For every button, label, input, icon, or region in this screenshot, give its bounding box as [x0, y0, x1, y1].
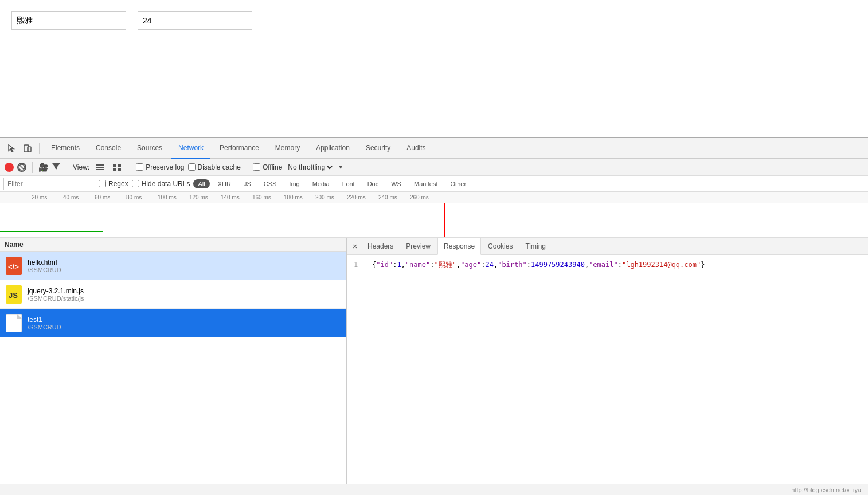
filter-input[interactable] [3, 178, 95, 190]
svg-rect-7 [113, 164, 116, 167]
response-close-button[interactable]: × [349, 241, 361, 252]
tab-headers[interactable]: Headers [362, 238, 399, 255]
devtools-tabbar: Elements Console Sources Network Perform… [0, 138, 868, 159]
disable-cache-label[interactable]: Disable cache [188, 163, 241, 171]
preserve-log-checkbox[interactable] [136, 163, 143, 171]
svg-rect-10 [118, 168, 121, 171]
response-tabbar: × Headers Preview Response Cookies Timin… [347, 238, 868, 255]
age-input[interactable] [138, 11, 252, 30]
status-url: http://blog.csdn.net/x_iya [791, 486, 861, 493]
file-list-panel: Name </> hello.html /SSMCRUD [0, 238, 347, 484]
file-name-test1: test1 [28, 316, 61, 324]
network-toolbar: 🎥 View: Preserve log Disable cache [0, 159, 868, 176]
tick-160ms: 160 ms [252, 194, 271, 201]
tick-140ms: 140 ms [221, 194, 240, 201]
toolbar-sep3 [130, 162, 130, 173]
tick-20ms: 20 ms [32, 194, 47, 201]
filter-bar: Regex Hide data URLs All XHR JS CSS Img … [0, 176, 868, 192]
filter-pill-manifest[interactable]: Manifest [409, 179, 443, 188]
response-content: 1 {"id":1,"name":"熙雅","age":24,"birth":1… [347, 255, 868, 484]
timeline-ruler: 20 ms 40 ms 60 ms 80 ms 100 ms 120 ms 14… [0, 192, 868, 203]
timeline-area: 20 ms 40 ms 60 ms 80 ms 100 ms 120 ms 14… [0, 192, 868, 238]
tab-performance[interactable]: Performance [213, 138, 266, 159]
tick-40ms: 40 ms [63, 194, 79, 201]
tab-timing[interactable]: Timing [519, 238, 552, 255]
disable-cache-checkbox[interactable] [188, 163, 196, 171]
tab-cookies[interactable]: Cookies [482, 238, 518, 255]
line-number: 1 [354, 260, 365, 270]
tab-elements[interactable]: Elements [44, 138, 87, 159]
offline-checkbox[interactable] [253, 163, 260, 171]
tab-memory[interactable]: Memory [268, 138, 307, 159]
preserve-log-label[interactable]: Preserve log [136, 163, 184, 171]
filter-pill-media[interactable]: Media [308, 179, 334, 188]
file-path-test1: /SSMCRUD [28, 324, 61, 331]
file-info-hello: hello.html /SSMCRUD [28, 258, 61, 273]
hide-data-urls-checkbox[interactable] [132, 180, 139, 187]
tab-security[interactable]: Security [359, 138, 397, 159]
file-info-jquery: jquery-3.2.1.min.js /SSMCRUD/static/js [28, 287, 84, 302]
stop-button[interactable] [17, 163, 26, 172]
tab-sources[interactable]: Sources [130, 138, 169, 159]
throttle-select[interactable]: No throttling [286, 163, 334, 172]
filter-pill-ws[interactable]: WS [386, 179, 406, 188]
device-icon[interactable] [21, 142, 34, 155]
filter-pill-xhr[interactable]: XHR [213, 179, 236, 188]
file-row-test1[interactable]: test1 /SSMCRUD [0, 309, 346, 337]
filter-pill-all[interactable]: All [193, 179, 209, 188]
tab-response[interactable]: Response [437, 238, 481, 255]
status-bar: http://blog.csdn.net/x_iya [0, 484, 868, 495]
tab-network[interactable]: Network [171, 138, 210, 159]
file-path-jquery: /SSMCRUD/static/js [28, 295, 84, 302]
svg-rect-9 [113, 168, 116, 171]
cursor-icon[interactable] [5, 142, 18, 155]
file-name-hello: hello.html [28, 258, 61, 266]
svg-line-3 [20, 166, 24, 169]
view-group-icon[interactable] [110, 160, 124, 174]
response-panel: × Headers Preview Response Cookies Timin… [347, 238, 868, 484]
name-input[interactable] [11, 11, 126, 30]
tick-220ms: 220 ms [347, 194, 366, 201]
camera-icon[interactable]: 🎥 [38, 163, 48, 172]
js-icon: JS [5, 285, 23, 304]
filter-pill-other[interactable]: Other [446, 179, 471, 188]
tab-preview[interactable]: Preview [400, 238, 436, 255]
filter-icon[interactable] [52, 162, 61, 172]
toolbar-sep1 [32, 162, 33, 173]
content-area: Name </> hello.html /SSMCRUD [0, 238, 868, 484]
svg-rect-4 [96, 164, 104, 166]
tick-100ms: 100 ms [158, 194, 177, 201]
page-content [0, 0, 868, 138]
html-icon: </> [5, 257, 23, 275]
record-button[interactable] [5, 163, 14, 172]
tick-60ms: 60 ms [95, 194, 110, 201]
tick-260ms: 260 ms [410, 194, 429, 201]
filter-pill-css[interactable]: CSS [259, 179, 281, 188]
filter-pill-font[interactable]: Font [338, 179, 359, 188]
svg-rect-0 [24, 145, 29, 152]
timeline-blue-marker [455, 203, 455, 238]
timeline-blue-bar [34, 229, 92, 229]
tick-80ms: 80 ms [126, 194, 142, 201]
tick-120ms: 120 ms [189, 194, 208, 201]
tab-audits[interactable]: Audits [400, 138, 432, 159]
throttle-arrow: ▼ [338, 164, 343, 170]
regex-label[interactable]: Regex [99, 180, 128, 188]
filter-pill-js[interactable]: JS [239, 179, 256, 188]
file-list-header: Name [0, 238, 346, 252]
view-label: View: [73, 163, 89, 171]
tab-console[interactable]: Console [89, 138, 128, 159]
svg-rect-1 [28, 147, 31, 152]
hide-data-urls-label[interactable]: Hide data URLs [132, 180, 190, 188]
view-list-icon[interactable] [93, 160, 107, 174]
filter-pill-doc[interactable]: Doc [363, 179, 384, 188]
offline-label[interactable]: Offline [253, 163, 282, 171]
tab-application[interactable]: Application [309, 138, 357, 159]
regex-checkbox[interactable] [99, 180, 106, 187]
file-row-hello[interactable]: </> hello.html /SSMCRUD [0, 252, 346, 280]
file-name-jquery: jquery-3.2.1.min.js [28, 287, 84, 295]
file-row-jquery[interactable]: JS jquery-3.2.1.min.js /SSMCRUD/static/j… [0, 280, 346, 309]
filter-pill-img[interactable]: Img [284, 179, 304, 188]
tick-200ms: 200 ms [315, 194, 334, 201]
json-content: {"id":1,"name":"熙雅","age":24,"birth":149… [372, 260, 705, 270]
